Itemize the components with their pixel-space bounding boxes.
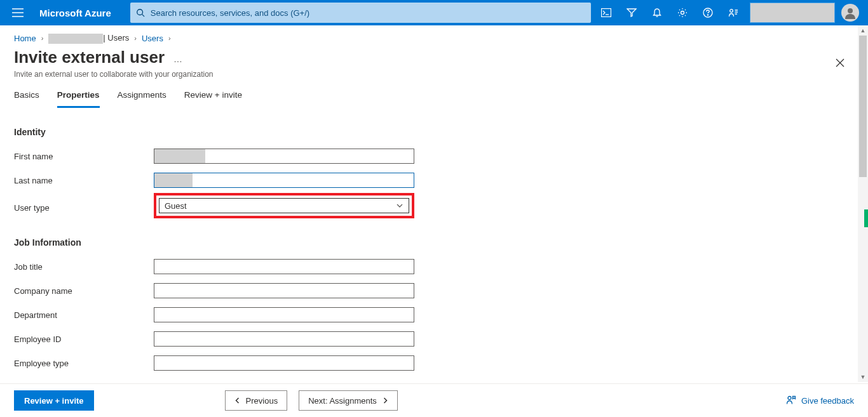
crumb-tenant[interactable]: | Users — [48, 33, 129, 44]
search-input[interactable] — [151, 8, 591, 18]
svg-point-12 — [730, 10, 733, 13]
page-subtitle: Invite an external user to collaborate w… — [14, 70, 854, 79]
tab-bar: Basics Properties Assignments Review + i… — [0, 79, 868, 108]
svg-rect-5 — [602, 9, 611, 17]
side-accent — [864, 209, 868, 227]
scroll-up-icon[interactable]: ▲ — [858, 25, 868, 36]
previous-button-label: Previous — [246, 396, 278, 406]
select-user-type[interactable]: Guest — [159, 198, 409, 213]
review-invite-button[interactable]: Review + invite — [14, 390, 94, 411]
global-search[interactable] — [130, 3, 591, 23]
chevron-right-icon: › — [133, 34, 138, 42]
svg-line-4 — [142, 15, 144, 17]
feedback-person-icon — [786, 395, 796, 407]
chevron-right-icon: › — [167, 34, 172, 42]
tab-basics[interactable]: Basics — [14, 90, 39, 108]
row-department: Department — [14, 303, 848, 326]
account-avatar[interactable] — [841, 4, 859, 22]
input-employee-id[interactable] — [154, 331, 414, 347]
brand-label[interactable]: Microsoft Azure — [39, 8, 111, 18]
label-department: Department — [14, 310, 154, 320]
svg-point-11 — [707, 15, 708, 15]
tenant-masked-crumb — [48, 34, 103, 44]
tab-assignments[interactable]: Assignments — [118, 90, 166, 108]
highlight-user-type: Guest — [154, 193, 414, 218]
next-button-label: Next: Assignments — [308, 396, 377, 406]
more-actions-icon[interactable]: … — [173, 50, 184, 64]
input-department[interactable] — [154, 307, 414, 322]
svg-point-3 — [137, 10, 143, 15]
vertical-scrollbar[interactable]: ▲ ▼ — [858, 25, 868, 382]
crumb-users[interactable]: Users — [142, 34, 163, 43]
svg-point-16 — [788, 396, 791, 399]
top-bar: Microsoft Azure — [0, 0, 868, 25]
input-company-name[interactable] — [154, 283, 414, 298]
input-employee-type[interactable] — [154, 355, 414, 371]
masked-value-last-name — [154, 173, 193, 187]
chevron-right-icon: › — [40, 34, 45, 42]
footer-bar: Review + invite Previous Next: Assignmen… — [0, 383, 868, 417]
label-employee-type: Employee type — [14, 359, 154, 368]
page-title: Invite external user — [14, 48, 165, 67]
label-job-title: Job title — [14, 262, 154, 272]
previous-button[interactable]: Previous — [225, 390, 288, 411]
crumb-home[interactable]: Home — [14, 34, 36, 43]
chevron-left-icon — [234, 397, 241, 404]
svg-marker-7 — [627, 9, 636, 17]
svg-point-9 — [681, 11, 684, 15]
close-button[interactable] — [831, 54, 849, 72]
top-right-tools — [593, 0, 859, 25]
cloud-shell-icon[interactable] — [593, 0, 619, 25]
row-last-name: Last name — [14, 169, 848, 192]
search-icon — [130, 8, 151, 17]
masked-value-first-name — [154, 149, 205, 163]
settings-icon[interactable] — [670, 0, 695, 25]
label-first-name: First name — [14, 152, 154, 161]
select-user-type-value: Guest — [165, 201, 396, 211]
give-feedback-label: Give feedback — [801, 396, 854, 406]
row-company-name: Company name — [14, 279, 848, 302]
svg-point-13 — [848, 8, 853, 13]
notifications-icon[interactable] — [644, 0, 670, 25]
feedback-icon[interactable] — [721, 0, 746, 25]
row-employee-id: Employee ID — [14, 328, 848, 350]
scroll-down-icon[interactable]: ▼ — [858, 372, 868, 382]
scroll-thumb[interactable] — [859, 36, 867, 177]
label-company-name: Company name — [14, 286, 154, 296]
chevron-down-icon — [396, 202, 403, 209]
scroll-track[interactable] — [859, 36, 867, 372]
label-employee-id: Employee ID — [14, 334, 154, 344]
breadcrumb: Home › | Users › Users › — [0, 25, 868, 44]
input-last-name[interactable] — [154, 173, 414, 188]
section-job-heading: Job Information — [14, 237, 848, 248]
label-user-type: User type — [14, 199, 154, 213]
help-icon[interactable] — [695, 0, 721, 25]
row-first-name: First name — [14, 145, 848, 168]
form-area: Identity First name Last name User type … — [0, 114, 862, 376]
row-employee-type: Employee type — [14, 352, 848, 374]
tab-properties[interactable]: Properties — [57, 90, 100, 108]
directory-filter-icon[interactable] — [619, 0, 644, 25]
row-user-type: User type Guest — [14, 193, 848, 218]
next-button[interactable]: Next: Assignments — [299, 390, 398, 411]
label-last-name: Last name — [14, 176, 154, 185]
tenant-masked[interactable] — [750, 3, 835, 23]
give-feedback-link[interactable]: Give feedback — [786, 395, 854, 407]
section-identity-heading: Identity — [14, 127, 848, 137]
page-heading: Invite external user … Invite an externa… — [0, 44, 868, 79]
chevron-right-icon — [382, 397, 388, 404]
input-job-title[interactable] — [154, 259, 414, 274]
menu-button[interactable] — [5, 0, 31, 25]
row-job-title: Job title — [14, 255, 848, 278]
tab-review-invite[interactable]: Review + invite — [184, 90, 242, 108]
